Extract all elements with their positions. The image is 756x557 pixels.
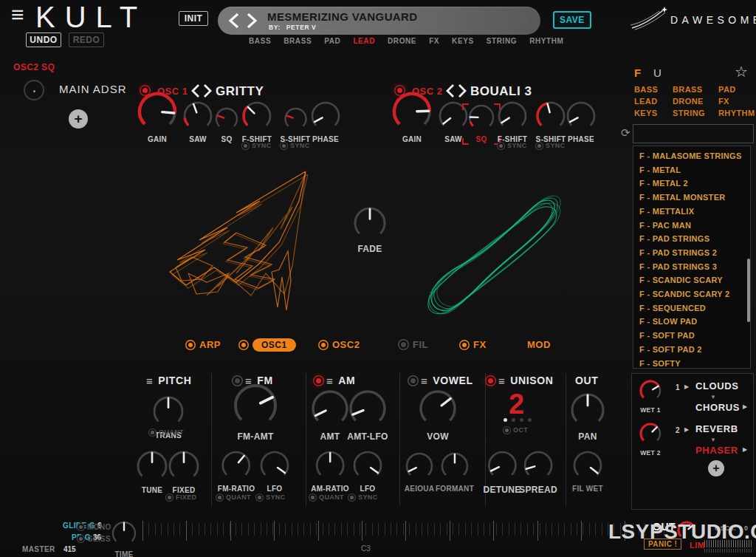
- tab-fil[interactable]: FIL: [401, 339, 428, 350]
- save-button[interactable]: SAVE: [553, 11, 591, 29]
- main-menu-icon[interactable]: ≡: [11, 4, 24, 26]
- browser-tag-rhythm[interactable]: RHYTHM: [718, 109, 756, 117]
- fm-amt-knob[interactable]: FM-AMT: [232, 382, 279, 442]
- osc2-phase-knob[interactable]: PHASE: [564, 99, 598, 143]
- osc1-model-arrows-icon[interactable]: [190, 83, 213, 98]
- fm-ratio-knob[interactable]: FM-RATIO: [218, 448, 255, 493]
- osc1-sshift-sync-toggle[interactable]: SYNC: [282, 142, 310, 149]
- osc1-gain-knob[interactable]: GAIN: [136, 90, 179, 143]
- osc1-sshift-knob[interactable]: S-SHIFT: [281, 105, 311, 143]
- fx-wet2-knob[interactable]: WET 2: [637, 420, 664, 457]
- undo-button[interactable]: UNDO: [26, 33, 61, 47]
- unison-detune-knob[interactable]: DETUNE: [483, 448, 520, 495]
- preset-list-item[interactable]: F - METAL: [639, 163, 750, 177]
- am-ratio-knob[interactable]: AM-RATIO: [311, 448, 349, 493]
- add-modulator-button[interactable]: +: [69, 109, 88, 129]
- mod-source-knob[interactable]: [24, 80, 44, 100]
- add-fx-button[interactable]: +: [708, 460, 724, 476]
- browser-tag-string[interactable]: STRING: [673, 109, 718, 117]
- osc1-fshift-knob[interactable]: F-SHIFT: [240, 99, 274, 143]
- mono-toggle[interactable]: MONO: [79, 523, 111, 531]
- main-adsr-label[interactable]: MAIN ADSR: [59, 83, 127, 95]
- preset-list-item[interactable]: F - SOFT PAD 2: [639, 343, 750, 357]
- am-menu-icon[interactable]: ≡: [326, 375, 333, 386]
- init-button[interactable]: INIT: [179, 11, 208, 26]
- osc2-sshift-sync-toggle[interactable]: SYNC: [537, 142, 566, 149]
- filter-user-button[interactable]: U: [653, 66, 662, 79]
- fx-slot2b-arrow-icon[interactable]: ▶: [743, 447, 747, 453]
- master-value[interactable]: 415: [63, 545, 76, 553]
- tag-brass[interactable]: BRASS: [284, 37, 312, 45]
- vowel-formant-knob[interactable]: FORMANT: [436, 450, 474, 493]
- unison-menu-icon[interactable]: ≡: [498, 375, 505, 386]
- preset-list-item[interactable]: F - PAC MAN: [639, 219, 750, 233]
- tab-osc1[interactable]: OSC1: [241, 338, 296, 352]
- osc2-fshift-sync-toggle[interactable]: SYNC: [499, 142, 527, 149]
- tag-string[interactable]: STRING: [487, 37, 517, 45]
- redo-button[interactable]: REDO: [69, 33, 104, 47]
- vowel-menu-icon[interactable]: ≡: [421, 375, 427, 386]
- am-quant-toggle[interactable]: QUANT: [311, 493, 344, 501]
- tag-drone[interactable]: DRONE: [388, 37, 416, 45]
- unison-oct-toggle[interactable]: OCT: [505, 426, 528, 434]
- fm-quant-toggle[interactable]: QUANT: [218, 493, 251, 501]
- tab-mod[interactable]: MOD: [527, 339, 551, 350]
- osc1-fshift-sync-toggle[interactable]: SYNC: [244, 142, 272, 149]
- am-power-led[interactable]: [316, 378, 321, 383]
- fx-slot2a-name[interactable]: REVERB: [695, 423, 738, 434]
- am-amt-knob[interactable]: AMT: [309, 388, 351, 442]
- browser-tag-fx[interactable]: FX: [718, 97, 756, 106]
- out-filwet-knob[interactable]: FIL WET: [571, 448, 605, 493]
- filter-factory-button[interactable]: F: [634, 66, 641, 79]
- fx-slot2b-name[interactable]: PHASER: [695, 445, 738, 456]
- preset-list-item[interactable]: F - METAL 2: [639, 177, 750, 191]
- browser-tag-bass[interactable]: BASS: [634, 85, 673, 94]
- preset-list-item[interactable]: F - METTALIX: [639, 205, 750, 219]
- out-pan-knob[interactable]: PAN: [568, 391, 607, 442]
- am-lfo-knob[interactable]: LFO: [351, 448, 385, 493]
- preset-list-item[interactable]: F - PAD STRINGS 3: [639, 260, 750, 274]
- osc2-fshift-knob[interactable]: F-SHIFT: [495, 99, 529, 143]
- tab-fx[interactable]: FX: [462, 339, 487, 350]
- osc2-model-arrows-icon[interactable]: [444, 83, 468, 98]
- unison-spread-knob[interactable]: SPREAD: [519, 448, 557, 495]
- browser-tag-pad[interactable]: PAD: [718, 85, 756, 94]
- pitch-menu-icon[interactable]: ≡: [146, 375, 153, 386]
- browser-tag-brass[interactable]: BRASS: [673, 85, 718, 94]
- browser-tag-keys[interactable]: KEYS: [634, 109, 673, 117]
- preset-list-item[interactable]: F - PAD STRINGS 2: [639, 246, 750, 260]
- vowel-power-led[interactable]: [410, 378, 416, 383]
- vowel-vow-knob[interactable]: VOW: [417, 388, 458, 442]
- osc1-saw-knob[interactable]: SAW: [181, 99, 215, 143]
- tag-lead[interactable]: LEAD: [353, 37, 375, 45]
- preset-list-item[interactable]: F - SEQUENCED: [639, 301, 750, 315]
- preset-list-item[interactable]: F - PAD STRINGS: [639, 232, 750, 246]
- preset-list-scrollbar[interactable]: [747, 259, 750, 322]
- fm-sync-toggle[interactable]: SYNC: [258, 493, 286, 501]
- osc1-sq-knob[interactable]: SQ: [213, 105, 241, 143]
- preset-list-item[interactable]: F - MALASOME STRINGS: [639, 149, 750, 163]
- unison-page-dots[interactable]: [504, 418, 532, 422]
- fm-lfo-knob[interactable]: LFO: [258, 448, 292, 493]
- next-preset-icon[interactable]: [244, 12, 259, 30]
- osc2-gain-knob[interactable]: GAIN: [391, 90, 433, 143]
- browser-tag-lead[interactable]: LEAD: [634, 97, 673, 106]
- tag-keys[interactable]: KEYS: [452, 37, 474, 45]
- tab-arp[interactable]: ARP: [188, 339, 221, 350]
- am-amt-lfo-knob[interactable]: AMT-LFO: [347, 388, 388, 442]
- tag-fx[interactable]: FX: [429, 37, 439, 45]
- fx-slot1b-arrow-icon[interactable]: ▶: [743, 404, 747, 410]
- favorite-star-icon[interactable]: ☆: [517, 13, 530, 27]
- preset-list-item[interactable]: F - SOFTY: [639, 357, 750, 369]
- fade-knob[interactable]: FADE: [351, 205, 388, 254]
- preset-title[interactable]: MESMERIZING VANGUARD: [267, 10, 418, 23]
- unison-voices-value[interactable]: 2: [509, 389, 524, 420]
- glide-time-knob[interactable]: TIME: [109, 519, 139, 557]
- tag-pad[interactable]: PAD: [324, 37, 340, 45]
- pitch-fixed-knob[interactable]: FIXED: [166, 448, 202, 494]
- gliss-toggle[interactable]: GLISS: [79, 535, 111, 543]
- preset-list-item[interactable]: F - SCANDIC SCARY: [639, 273, 750, 287]
- fx-slot1a-name[interactable]: CLOUDS: [695, 380, 739, 392]
- osc2-sshift-knob[interactable]: S-SHIFT: [534, 99, 568, 143]
- browser-tag-drone[interactable]: DRONE: [673, 97, 718, 106]
